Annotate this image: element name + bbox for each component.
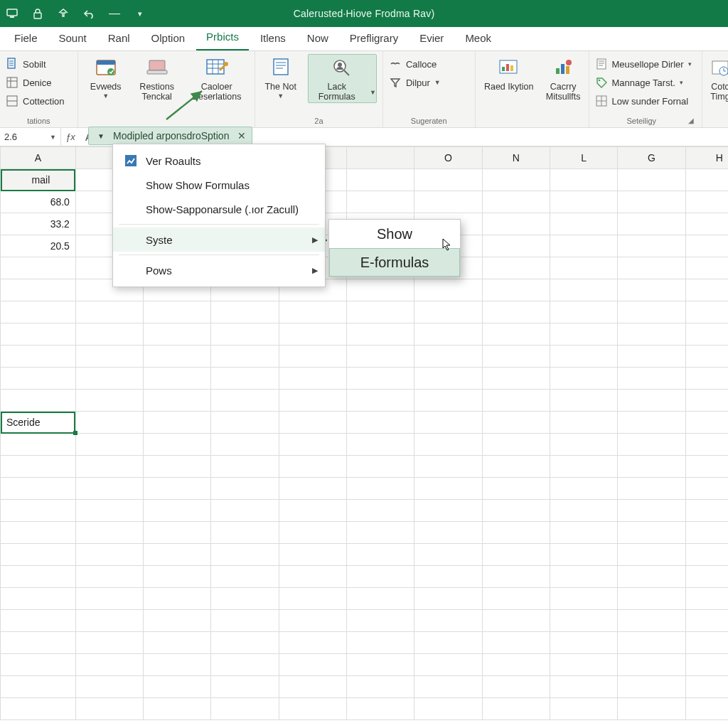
label-l1: Cacrry — [550, 82, 577, 92]
menu-syste[interactable]: Syste ▶ — [113, 228, 325, 252]
group-label: 2a — [261, 117, 377, 127]
btn-raed-lkytion[interactable]: Raed Ikytion — [481, 54, 537, 92]
menu-ver-results[interactable]: Ver Roaults — [113, 149, 325, 173]
svg-rect-0 — [7, 9, 17, 16]
btn-lowsunder[interactable]: Low sunder Fornal — [595, 92, 697, 109]
cell-A-subheader[interactable]: mail — [1, 169, 76, 191]
svg-rect-1 — [10, 16, 14, 18]
lock-icon[interactable] — [31, 7, 44, 20]
name-box[interactable]: 2.6 ▼ — [0, 128, 61, 146]
menu-pows[interactable]: Pows ▶ — [113, 258, 325, 282]
label: Lack Formulas — [309, 82, 365, 102]
chevron-down-icon: ▼ — [102, 92, 109, 100]
group-label: Seteiligy◢ — [595, 117, 697, 127]
col-O[interactable]: O — [414, 147, 482, 169]
undo-icon[interactable] — [82, 7, 95, 20]
svg-point-12 — [224, 62, 228, 66]
tab-olption[interactable]: Olption — [141, 26, 196, 50]
dropdown-label: Modipled arponsdroSption — [113, 130, 229, 141]
btn-cottection[interactable]: Cottection — [6, 92, 72, 109]
svg-rect-4 — [7, 77, 17, 87]
svg-rect-13 — [274, 59, 288, 75]
tab-sount[interactable]: Sount — [49, 26, 97, 50]
menu-show-sapponarsule[interactable]: Show-Sapponarsule (.ıor Zacull) — [113, 197, 325, 221]
btn-dilpur[interactable]: Dilpur ▼ — [389, 74, 469, 91]
tab-file[interactable]: Fiele — [4, 26, 48, 50]
menu-show-formulas[interactable]: Show Show Formulas — [113, 173, 325, 197]
note-icon — [269, 55, 293, 80]
submenu-show[interactable]: Show — [329, 220, 460, 248]
filter-icon — [389, 76, 402, 89]
window-title: Calerusted·Hiove Frodma Rav) — [294, 8, 435, 19]
sigma-icon[interactable] — [57, 7, 70, 20]
dropdown-header[interactable]: ▼ Modipled arponsdroSption ✕ — [88, 127, 252, 145]
chevron-down-icon[interactable]: ▼ — [50, 134, 56, 141]
close-icon[interactable]: ✕ — [235, 130, 249, 141]
name-box-value: 2.6 — [4, 132, 17, 142]
tab-prbicts[interactable]: Prbicts — [196, 25, 249, 50]
quick-access-toolbar: — ▾ — [6, 7, 146, 20]
sheet2-icon — [6, 95, 18, 107]
svg-point-15 — [338, 63, 342, 67]
chevron-down-icon: ▼ — [370, 89, 376, 96]
col-L[interactable]: L — [550, 147, 617, 169]
chevron-down-icon: ▼ — [434, 79, 441, 86]
tab-itlens[interactable]: Itlens — [250, 26, 296, 50]
results-icon — [123, 153, 139, 168]
btn-lack-formulas[interactable]: Lack Formulas ▼ — [308, 54, 377, 103]
minus-icon[interactable]: — — [108, 7, 121, 20]
label: Sobilt — [23, 59, 46, 70]
search-person-icon — [330, 55, 354, 80]
svg-rect-17 — [502, 67, 505, 71]
tab-prefligrary[interactable]: Prefligrary — [340, 26, 408, 50]
group-label: Sugeraten — [389, 117, 469, 127]
dialog-launcher-icon[interactable]: ◢ — [688, 117, 696, 124]
btn-cotc[interactable]: Cotc Timg — [708, 54, 728, 102]
col-H[interactable]: H — [685, 147, 728, 169]
label-l2: Timg — [710, 92, 728, 102]
btn-cacrry[interactable]: Cacrry Mitsullfts — [544, 54, 583, 102]
col-G[interactable]: G — [618, 147, 685, 169]
svg-rect-18 — [506, 64, 509, 71]
btn-mesellope[interactable]: Meusellope Dirler ▾ — [595, 55, 697, 73]
clock-icon — [708, 55, 728, 80]
col-N[interactable]: N — [482, 147, 550, 169]
document-icon — [6, 58, 18, 70]
chevron-down-icon[interactable]: ▼ — [95, 132, 107, 140]
svg-point-23 — [566, 60, 572, 65]
more-caret-icon[interactable]: ▾ — [134, 7, 146, 20]
tab-evier[interactable]: Evier — [410, 26, 454, 50]
tab-now[interactable]: Now — [297, 26, 338, 50]
cell-A3[interactable]: 33.2 — [1, 213, 76, 235]
monitor-icon[interactable] — [6, 7, 18, 20]
titlebar: — ▾ Calerusted·Hiove Frodma Rav) — [0, 0, 728, 27]
cell-A12[interactable]: Sceride — [1, 412, 76, 434]
btn-mannage[interactable]: Mannage Tarst. ▾ — [595, 74, 697, 91]
laptop-icon — [145, 55, 169, 80]
col-blank5[interactable] — [347, 147, 414, 169]
submenu-e-formulas[interactable]: E-formulas — [329, 248, 460, 277]
svg-rect-10 — [147, 70, 167, 74]
svg-point-25 — [598, 80, 600, 82]
chevron-down-icon: ▼ — [277, 92, 284, 100]
fx-icon[interactable]: ƒx — [61, 132, 80, 142]
label: Pows — [146, 264, 172, 277]
sheet-icon — [6, 76, 18, 89]
cell-A2[interactable]: 68.0 — [1, 191, 76, 213]
btn-denice[interactable]: Denice — [6, 74, 72, 91]
svg-rect-29 — [125, 155, 136, 166]
cell-A4[interactable]: 20.5 — [1, 235, 76, 257]
tab-ranl[interactable]: Ranl — [98, 26, 140, 50]
btn-calloce[interactable]: Calloce — [389, 55, 469, 73]
context-menu: Ver Roaults Show Show Formulas Show-Sapp… — [112, 144, 326, 287]
btn-thenot[interactable]: The Not ▼ — [261, 54, 301, 100]
btn-evweds[interactable]: Evweds ▼ — [84, 54, 128, 100]
label: Low sunder Fornal — [612, 96, 689, 107]
btn-sobilt[interactable]: Sobilt — [6, 55, 72, 73]
label-l2: Mitsullfts — [546, 92, 581, 102]
tab-meok[interactable]: Meok — [455, 26, 501, 50]
col-A[interactable]: A — [1, 147, 76, 169]
label: Ver Roaults — [146, 155, 201, 167]
svg-rect-21 — [561, 64, 564, 74]
label: Calloce — [406, 59, 437, 70]
